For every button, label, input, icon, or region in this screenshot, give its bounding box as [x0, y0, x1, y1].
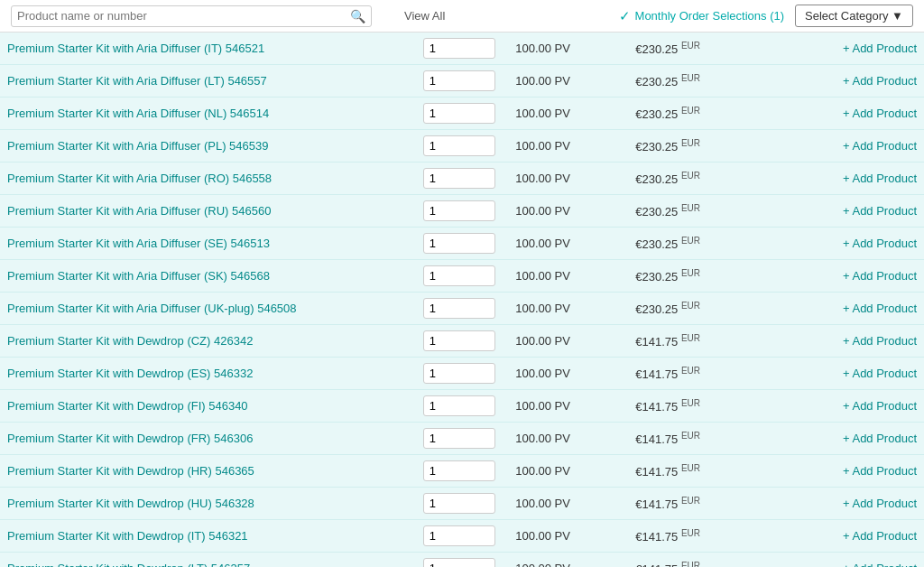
add-product-button[interactable]: + Add Product [843, 302, 917, 315]
price-cell: €230.25 EUR [628, 98, 767, 130]
eur-label: EUR [681, 528, 700, 538]
quantity-input[interactable] [423, 525, 495, 546]
table-row: Premium Starter Kit with Aria Diffuser (… [0, 98, 924, 130]
add-product-button[interactable]: + Add Product [843, 367, 917, 380]
quantity-input[interactable] [423, 428, 495, 449]
product-link[interactable]: Premium Starter Kit with Dewdrop (HU) 54… [7, 497, 254, 510]
add-product-button[interactable]: + Add Product [843, 204, 917, 218]
pv-cell: 100.00 PV [508, 390, 628, 423]
eur-label: EUR [681, 203, 700, 213]
product-link[interactable]: Premium Starter Kit with Aria Diffuser (… [7, 204, 271, 218]
table-row: Premium Starter Kit with Dewdrop (HU) 54… [0, 488, 924, 520]
add-product-button[interactable]: + Add Product [843, 172, 917, 185]
product-link[interactable]: Premium Starter Kit with Dewdrop (LT) 54… [7, 562, 250, 567]
price-cell: €230.25 EUR [628, 195, 767, 228]
add-product-button[interactable]: + Add Product [843, 562, 917, 567]
price-cell: €141.75 EUR [628, 455, 767, 488]
product-link[interactable]: Premium Starter Kit with Dewdrop (HR) 54… [7, 464, 254, 478]
view-all-button[interactable]: View All [404, 9, 445, 23]
product-link[interactable]: Premium Starter Kit with Aria Diffuser (… [7, 107, 269, 120]
product-link[interactable]: Premium Starter Kit with Dewdrop (ES) 54… [7, 367, 253, 380]
pv-cell: 100.00 PV [508, 423, 628, 455]
add-product-button[interactable]: + Add Product [843, 529, 917, 543]
product-link[interactable]: Premium Starter Kit with Aria Diffuser (… [7, 302, 297, 315]
search-wrapper: 🔍 [11, 5, 372, 27]
product-link[interactable]: Premium Starter Kit with Aria Diffuser (… [7, 269, 270, 283]
add-product-button[interactable]: + Add Product [843, 269, 917, 283]
add-product-button[interactable]: + Add Product [843, 139, 917, 153]
eur-label: EUR [681, 496, 700, 506]
add-product-button[interactable]: + Add Product [843, 74, 917, 88]
product-link[interactable]: Premium Starter Kit with Aria Diffuser (… [7, 42, 264, 55]
price-cell: €141.75 EUR [628, 390, 767, 423]
eur-label: EUR [681, 431, 700, 441]
quantity-input[interactable] [423, 460, 495, 481]
price-cell: €230.25 EUR [628, 33, 767, 65]
pv-cell: 100.00 PV [508, 488, 628, 520]
pv-cell: 100.00 PV [508, 553, 628, 568]
quantity-input[interactable] [423, 395, 495, 416]
pv-cell: 100.00 PV [508, 228, 628, 260]
price-cell: €141.75 EUR [628, 423, 767, 455]
quantity-input[interactable] [423, 200, 495, 221]
product-link[interactable]: Premium Starter Kit with Aria Diffuser (… [7, 237, 270, 250]
pv-cell: 100.00 PV [508, 260, 628, 293]
eur-label: EUR [681, 398, 700, 408]
table-row: Premium Starter Kit with Dewdrop (CZ) 42… [0, 325, 924, 358]
quantity-input[interactable] [423, 330, 495, 351]
quantity-input[interactable] [423, 168, 495, 189]
product-link[interactable]: Premium Starter Kit with Dewdrop (IT) 54… [7, 529, 248, 543]
add-product-button[interactable]: + Add Product [843, 497, 917, 510]
eur-label: EUR [681, 236, 700, 246]
product-link[interactable]: Premium Starter Kit with Dewdrop (FR) 54… [7, 432, 253, 445]
quantity-input[interactable] [423, 298, 495, 319]
monthly-orders: ✓ Monthly Order Selections (1) [619, 8, 784, 24]
price-cell: €230.25 EUR [628, 163, 767, 195]
eur-label: EUR [681, 561, 700, 567]
eur-label: EUR [681, 463, 700, 473]
price-cell: €230.25 EUR [628, 228, 767, 260]
quantity-input[interactable] [423, 493, 495, 514]
table-row: Premium Starter Kit with Aria Diffuser (… [0, 65, 924, 98]
product-link[interactable]: Premium Starter Kit with Aria Diffuser (… [7, 74, 267, 88]
add-product-button[interactable]: + Add Product [843, 334, 917, 348]
table-row: Premium Starter Kit with Aria Diffuser (… [0, 293, 924, 325]
quantity-input[interactable] [423, 38, 495, 59]
product-link[interactable]: Premium Starter Kit with Dewdrop (CZ) 42… [7, 334, 253, 348]
table-row: Premium Starter Kit with Dewdrop (ES) 54… [0, 358, 924, 390]
add-product-button[interactable]: + Add Product [843, 107, 917, 120]
pv-cell: 100.00 PV [508, 130, 628, 163]
quantity-input[interactable] [423, 70, 495, 91]
add-product-button[interactable]: + Add Product [843, 399, 917, 413]
quantity-input[interactable] [423, 103, 495, 124]
product-link[interactable]: Premium Starter Kit with Dewdrop (FI) 54… [7, 399, 248, 413]
price-cell: €141.75 EUR [628, 488, 767, 520]
add-product-button[interactable]: + Add Product [843, 432, 917, 445]
eur-label: EUR [681, 106, 700, 116]
add-product-button[interactable]: + Add Product [843, 42, 917, 55]
monthly-orders-check-icon: ✓ [619, 8, 631, 24]
pv-cell: 100.00 PV [508, 163, 628, 195]
table-row: Premium Starter Kit with Dewdrop (IT) 54… [0, 520, 924, 553]
table-row: Premium Starter Kit with Dewdrop (HR) 54… [0, 455, 924, 488]
product-link[interactable]: Premium Starter Kit with Aria Diffuser (… [7, 139, 269, 153]
pv-cell: 100.00 PV [508, 293, 628, 325]
price-cell: €141.75 EUR [628, 520, 767, 553]
table-row: Premium Starter Kit with Dewdrop (LT) 54… [0, 553, 924, 568]
select-category-button[interactable]: Select Category ▼ [795, 5, 913, 27]
quantity-input[interactable] [423, 558, 495, 567]
quantity-input[interactable] [423, 363, 495, 384]
product-link[interactable]: Premium Starter Kit with Aria Diffuser (… [7, 172, 272, 185]
header: 🔍 View All ✓ Monthly Order Selections (1… [0, 0, 924, 33]
add-product-button[interactable]: + Add Product [843, 464, 917, 478]
price-cell: €141.75 EUR [628, 358, 767, 390]
quantity-input[interactable] [423, 265, 495, 286]
quantity-input[interactable] [423, 233, 495, 254]
quantity-input[interactable] [423, 135, 495, 156]
price-cell: €230.25 EUR [628, 260, 767, 293]
eur-label: EUR [681, 301, 700, 311]
search-input[interactable] [17, 9, 350, 23]
search-button[interactable]: 🔍 [350, 9, 365, 23]
pv-cell: 100.00 PV [508, 358, 628, 390]
add-product-button[interactable]: + Add Product [843, 237, 917, 250]
